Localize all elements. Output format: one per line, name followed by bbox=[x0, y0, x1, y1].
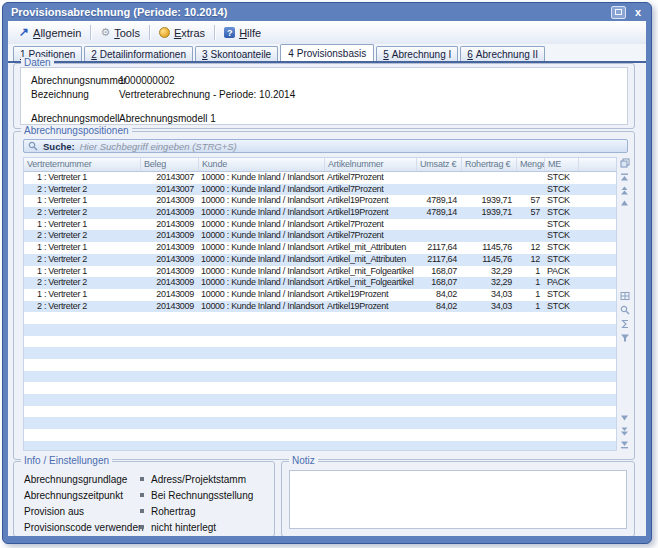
cell-me bbox=[545, 312, 579, 324]
sphere-icon bbox=[159, 27, 170, 38]
table-row[interactable]: 2 : Vertreter 22014300910000 : Kunde Inl… bbox=[24, 277, 616, 289]
table-row[interactable]: 1 : Vertreter 12014300710000 : Kunde Inl… bbox=[24, 172, 616, 184]
scroll-bottom-button[interactable] bbox=[619, 439, 630, 450]
tab-number: 6 bbox=[467, 49, 473, 60]
cell-vertreternummer bbox=[24, 312, 141, 324]
cell-rohertrag: 1145,76 bbox=[462, 242, 517, 254]
cell-rohertrag bbox=[462, 417, 517, 429]
cell-kunde bbox=[199, 394, 325, 406]
cell-menge: 1 bbox=[517, 277, 545, 289]
cell-artikelnummer bbox=[325, 324, 417, 336]
cell-artikelnummer bbox=[325, 312, 417, 324]
cell-menge bbox=[517, 324, 545, 336]
table-row-empty bbox=[24, 347, 616, 359]
cell-artikelnummer bbox=[325, 406, 417, 418]
table-row[interactable]: 2 : Vertreter 22014300910000 : Kunde Inl… bbox=[24, 301, 616, 313]
tab-skontoanteile[interactable]: 3 Skontoanteile bbox=[195, 46, 278, 61]
column-header-artikelnummer[interactable]: Artikelnummer bbox=[325, 158, 417, 171]
column-header-me[interactable]: ME bbox=[545, 158, 579, 171]
cell-umsatz: 2117,64 bbox=[417, 254, 462, 266]
toolbar-button-tools[interactable]: ⚙ Tools bbox=[93, 25, 147, 41]
cell-rohertrag bbox=[462, 371, 517, 383]
cell-me: PACK bbox=[545, 277, 579, 289]
cell-umsatz: 168,07 bbox=[417, 277, 462, 289]
restore-button[interactable] bbox=[611, 6, 626, 19]
scroll-up-button[interactable] bbox=[619, 198, 630, 209]
tab-detailinformationen[interactable]: 2 Detailinformationen bbox=[84, 46, 193, 61]
table-row-empty bbox=[24, 371, 616, 383]
cell-kunde: 10000 : Kunde Inland / Inlandsort bbox=[199, 172, 325, 184]
column-header-vertreternummer[interactable]: Vertreternummer bbox=[24, 158, 141, 171]
table-row[interactable]: 1 : Vertreter 12014300910000 : Kunde Inl… bbox=[24, 289, 616, 301]
cell-menge bbox=[517, 172, 545, 184]
tab-label: Abrechnung II bbox=[476, 49, 538, 60]
cell-umsatz: 84,02 bbox=[417, 301, 462, 313]
tab-abrechnung-1[interactable]: 5 Abrechnung I bbox=[376, 46, 458, 61]
column-header-umsatz[interactable]: Umsatz € bbox=[417, 158, 462, 171]
toolbar-button-extras[interactable]: Extras bbox=[152, 25, 212, 41]
toolbar-button-allgemein[interactable]: ↗ Allgemein bbox=[12, 25, 88, 41]
table-row[interactable]: 2 : Vertreter 22014300910000 : Kunde Inl… bbox=[24, 254, 616, 266]
cell-beleg bbox=[141, 347, 199, 359]
cell-menge bbox=[517, 429, 545, 441]
info-rows: Abrechnungsgrundlage Adress/Projektstamm… bbox=[24, 471, 270, 535]
cell-beleg bbox=[141, 417, 199, 429]
cell-artikelnummer: Artikel_mit_Folgeartikel bbox=[325, 277, 417, 289]
cell-beleg: 20143009 bbox=[141, 219, 199, 231]
cell-umsatz bbox=[417, 324, 462, 336]
cell-filler bbox=[579, 219, 616, 231]
tab-number: 2 bbox=[91, 49, 97, 60]
search-placeholder: Hier Suchbegriff eingeben (STRG+S) bbox=[80, 141, 237, 152]
notiz-textarea[interactable] bbox=[289, 470, 627, 529]
scroll-top-button[interactable] bbox=[619, 172, 630, 183]
cell-vertreternummer bbox=[24, 324, 141, 336]
table-row[interactable]: 1 : Vertreter 12014300910000 : Kunde Inl… bbox=[24, 219, 616, 231]
sum-button[interactable] bbox=[619, 318, 630, 329]
column-header-kunde[interactable]: Kunde bbox=[199, 158, 325, 171]
cell-kunde bbox=[199, 312, 325, 324]
cell-me: PACK bbox=[545, 266, 579, 278]
tab-provisionsbasis[interactable]: 4 Provisionsbasis bbox=[280, 44, 374, 61]
cell-filler bbox=[579, 289, 616, 301]
page-down-button[interactable] bbox=[619, 426, 630, 437]
row-search-button[interactable] bbox=[619, 304, 630, 315]
cell-kunde bbox=[199, 429, 325, 441]
grid-view-button[interactable] bbox=[619, 290, 630, 301]
cell-me bbox=[545, 359, 579, 371]
cell-umsatz bbox=[417, 441, 462, 451]
table-row[interactable]: 1 : Vertreter 12014300910000 : Kunde Inl… bbox=[24, 195, 616, 207]
tab-abrechnung-2[interactable]: 6 Abrechnung II bbox=[460, 46, 545, 61]
cell-kunde bbox=[199, 324, 325, 336]
column-header-rohertrag[interactable]: Rohertrag € bbox=[462, 158, 517, 171]
magnifier-icon bbox=[620, 305, 630, 315]
column-header-beleg[interactable]: Beleg bbox=[141, 158, 199, 171]
groupbox-info-legend: Info / Einstellungen bbox=[21, 455, 112, 467]
titlebar[interactable]: Provisionsabrechnung (Periode: 10.2014) … bbox=[3, 3, 651, 21]
cell-beleg bbox=[141, 441, 199, 451]
scroll-down-button[interactable] bbox=[619, 412, 630, 423]
search-input[interactable]: Suche: Hier Suchbegriff eingeben (STRG+S… bbox=[23, 139, 628, 153]
cell-me: STCK bbox=[545, 301, 579, 313]
cell-me bbox=[545, 406, 579, 418]
info-label: Abrechnungsgrundlage bbox=[24, 474, 140, 485]
filter-button[interactable] bbox=[619, 332, 630, 343]
cell-menge bbox=[517, 184, 545, 196]
table-row[interactable]: 2 : Vertreter 22014300910000 : Kunde Inl… bbox=[24, 207, 616, 219]
column-header-menge[interactable]: Menge bbox=[517, 158, 545, 171]
table-row[interactable]: 2 : Vertreter 22014300710000 : Kunde Inl… bbox=[24, 184, 616, 196]
table-row[interactable]: 1 : Vertreter 12014300910000 : Kunde Inl… bbox=[24, 266, 616, 278]
table-row[interactable]: 1 : Vertreter 12014300910000 : Kunde Inl… bbox=[24, 242, 616, 254]
close-button[interactable]: x bbox=[633, 7, 643, 18]
page-up-button[interactable] bbox=[619, 185, 630, 196]
window-title: Provisionsabrechnung (Periode: 10.2014) bbox=[11, 6, 611, 18]
cell-menge bbox=[517, 441, 545, 451]
cell-rohertrag bbox=[462, 429, 517, 441]
column-chooser-button[interactable] bbox=[619, 157, 630, 168]
cell-vertreternummer: 1 : Vertreter 1 bbox=[24, 172, 141, 184]
table-row[interactable]: 2 : Vertreter 22014300910000 : Kunde Inl… bbox=[24, 230, 616, 242]
toolbar-button-hilfe[interactable]: ? Hilfe bbox=[217, 25, 268, 41]
cell-filler bbox=[579, 277, 616, 289]
cell-kunde: 10000 : Kunde Inland / Inlandsort bbox=[199, 266, 325, 278]
cell-filler bbox=[579, 207, 616, 219]
cell-umsatz bbox=[417, 219, 462, 231]
